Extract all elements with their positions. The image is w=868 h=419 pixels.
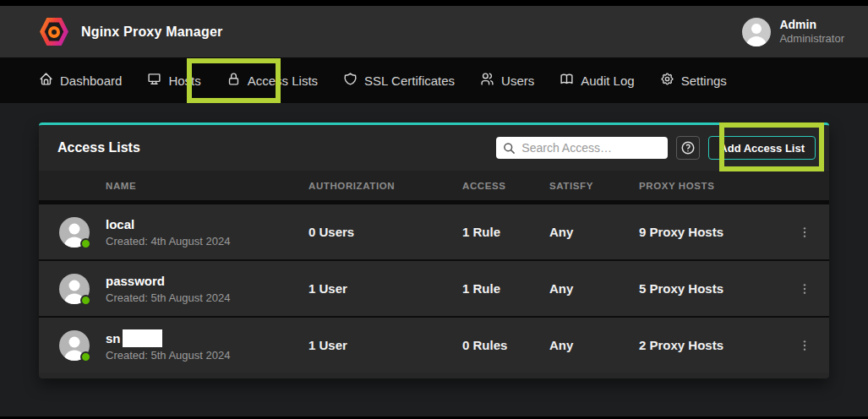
- page-title: Access Lists: [57, 140, 140, 155]
- table-row[interactable]: local Created: 4th August 2024 0 Users 1…: [39, 204, 829, 259]
- nav-item-access-lists[interactable]: Access Lists: [227, 72, 318, 89]
- window-top-edge: [0, 0, 868, 6]
- access-list-created: Created: 4th August 2024: [106, 235, 308, 248]
- users-icon: [480, 72, 494, 89]
- user-name: Admin: [779, 18, 844, 33]
- online-status-dot: [80, 295, 91, 306]
- help-button[interactable]: [676, 136, 700, 160]
- column-header-proxy-hosts: PROXY HOSTS: [639, 181, 798, 191]
- access-value: 0 Rules: [462, 338, 549, 352]
- gear-icon: [660, 72, 674, 89]
- table-header-row: NAME AUTHORIZATION ACCESS SATISFY PROXY …: [39, 171, 829, 200]
- user-avatar: [742, 18, 771, 46]
- nav-label: Dashboard: [60, 73, 122, 88]
- access-value: 1 Rule: [462, 281, 549, 296]
- nav-item-audit-log[interactable]: Audit Log: [560, 72, 634, 89]
- nav-label: Access Lists: [248, 73, 318, 88]
- nav-label: SSL Certificates: [364, 73, 455, 88]
- lock-icon: [227, 72, 241, 89]
- page-content: Access Lists Add Access List: [0, 103, 868, 419]
- proxy-hosts-value: 5 Proxy Hosts: [639, 281, 798, 296]
- column-header-authorization: AUTHORIZATION: [308, 181, 462, 191]
- satisfy-value: Any: [549, 225, 639, 239]
- app-header: Nginx Proxy Manager Admin Administrator: [0, 6, 868, 57]
- card-header: Access Lists Add Access List: [39, 125, 829, 171]
- row-avatar: [59, 274, 90, 304]
- row-menu-kebab-icon[interactable]: [798, 225, 811, 240]
- column-header-satisfy: SATISFY: [549, 181, 639, 191]
- header-user-menu[interactable]: Admin Administrator: [742, 18, 844, 46]
- nav-item-ssl-certificates[interactable]: SSL Certificates: [343, 72, 455, 89]
- nav-label: Audit Log: [581, 73, 634, 88]
- table-row[interactable]: sn Created: 5th August 2024 1 User 0 Rul…: [39, 318, 829, 373]
- access-list-name: password: [106, 273, 308, 290]
- column-header-access: ACCESS: [462, 181, 549, 191]
- column-header-name: NAME: [106, 181, 308, 191]
- main-nav: Dashboard Hosts Access Lists SSL Certifi…: [0, 57, 868, 103]
- online-status-dot: [80, 238, 91, 249]
- nav-item-hosts[interactable]: Hosts: [147, 72, 200, 89]
- authorization-value: 1 User: [308, 338, 462, 352]
- search-box: [496, 137, 668, 159]
- book-icon: [560, 72, 574, 89]
- home-icon: [39, 72, 53, 89]
- app-logo-icon: [39, 17, 69, 47]
- search-input[interactable]: [521, 141, 661, 155]
- row-avatar: [59, 330, 90, 361]
- nav-label: Settings: [681, 73, 727, 88]
- monitor-icon: [147, 72, 161, 89]
- table-row[interactable]: password Created: 5th August 2024 1 User…: [39, 261, 829, 316]
- app-title: Nginx Proxy Manager: [81, 24, 222, 40]
- proxy-hosts-value: 9 Proxy Hosts: [639, 225, 798, 239]
- authorization-value: 0 Users: [308, 225, 462, 239]
- nav-item-users[interactable]: Users: [480, 72, 534, 89]
- user-role: Administrator: [779, 32, 844, 46]
- row-menu-kebab-icon[interactable]: [798, 281, 811, 297]
- nav-item-settings[interactable]: Settings: [660, 72, 727, 89]
- help-circle-icon: [680, 140, 696, 155]
- add-access-list-button[interactable]: Add Access List: [708, 136, 816, 160]
- proxy-hosts-value: 2 Proxy Hosts: [639, 338, 798, 352]
- authorization-value: 1 User: [308, 281, 462, 296]
- access-list-name: local: [106, 216, 308, 233]
- access-list-created: Created: 5th August 2024: [106, 349, 308, 362]
- access-lists-card: Access Lists Add Access List: [39, 122, 829, 378]
- row-menu-kebab-icon[interactable]: [798, 338, 811, 353]
- nav-label: Hosts: [168, 73, 200, 88]
- access-list-created: Created: 5th August 2024: [106, 291, 308, 304]
- shield-icon: [343, 72, 358, 89]
- nav-label: Users: [501, 73, 534, 88]
- logo-ring: [48, 26, 60, 38]
- search-icon: [503, 142, 516, 155]
- redacted-name-box: [123, 329, 162, 347]
- access-list-name: sn: [106, 329, 308, 347]
- nav-item-dashboard[interactable]: Dashboard: [39, 72, 122, 89]
- access-value: 1 Rule: [462, 225, 549, 239]
- satisfy-value: Any: [549, 338, 639, 352]
- satisfy-value: Any: [549, 281, 639, 296]
- online-status-dot: [80, 351, 91, 362]
- row-avatar: [59, 217, 90, 248]
